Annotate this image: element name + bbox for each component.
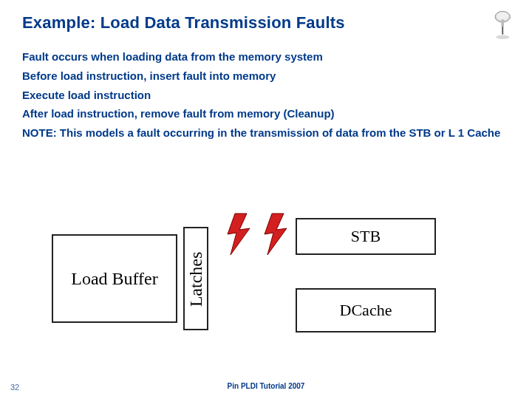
- svg-rect-2: [501, 19, 504, 26]
- diagram: Load Buffer Latches STB DCache: [44, 218, 458, 351]
- svg-point-4: [496, 35, 509, 40]
- footer-text: Pin PLDI Tutorial 2007: [0, 382, 532, 390]
- svg-point-1: [497, 12, 509, 20]
- load-buffer-box: Load Buffer: [52, 234, 177, 323]
- footer-label: Pin PLDI Tutorial 2007: [228, 382, 305, 390]
- pushpin-icon: [488, 6, 522, 40]
- dcache-box: DCache: [296, 288, 436, 332]
- bullet-item: NOTE: This models a fault occurring in t…: [22, 125, 510, 141]
- stb-box: STB: [296, 218, 436, 255]
- slide: Example: Load Data Transmission Faults F…: [0, 0, 532, 399]
- lightning-icon: [262, 212, 291, 256]
- lightning-icon: [225, 212, 254, 256]
- bullet-item: After load instruction, remove fault fro…: [22, 106, 510, 122]
- bullet-item: Fault occurs when loading data from the …: [22, 49, 510, 65]
- latches-box: [183, 227, 208, 330]
- bullet-item: Before load instruction, insert fault in…: [22, 68, 510, 84]
- svg-marker-6: [265, 214, 287, 255]
- svg-marker-5: [228, 214, 250, 255]
- bullet-list: Fault occurs when loading data from the …: [22, 49, 510, 141]
- slide-title: Example: Load Data Transmission Faults: [22, 13, 510, 33]
- bullet-item: Execute load instruction: [22, 87, 510, 103]
